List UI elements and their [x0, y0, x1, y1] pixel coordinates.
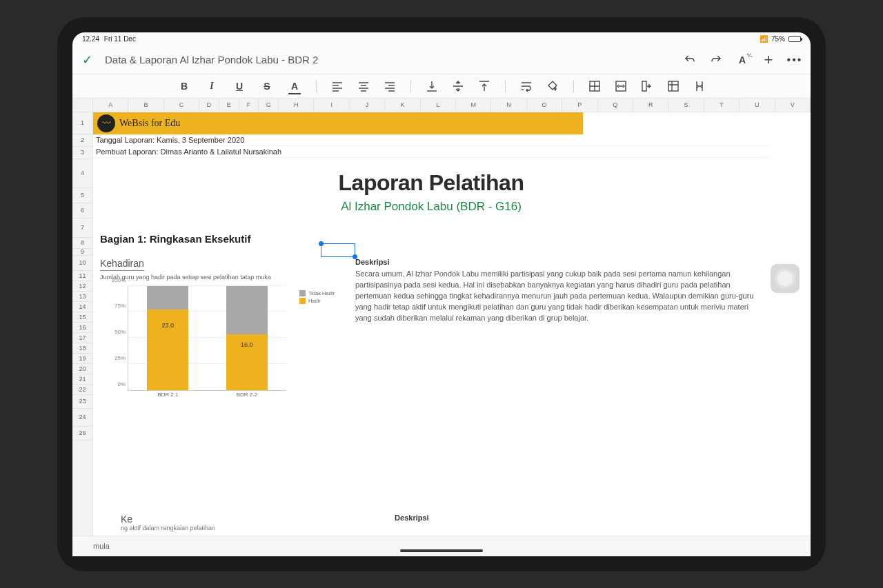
col-header[interactable]: J [350, 99, 385, 112]
legend-label: Tidak Hadir [308, 290, 335, 296]
row-header[interactable]: 19 [72, 354, 92, 364]
row-header[interactable]: 3 [72, 147, 92, 159]
text-color-button[interactable]: A [288, 81, 301, 92]
col-header[interactable]: M [456, 99, 491, 112]
col-header[interactable]: I [314, 99, 349, 112]
row-header[interactable]: 2 [72, 134, 92, 147]
document-title[interactable]: Data & Laporan Al Izhar Pondok Labu - BD… [105, 54, 318, 65]
brand-text: WeBsis for Edu [119, 118, 180, 129]
row-header[interactable]: 9 [72, 249, 92, 256]
wifi-icon [760, 35, 768, 43]
row-header[interactable]: 7 [72, 219, 92, 238]
row-header[interactable]: 23 [72, 395, 92, 409]
fill-color-icon[interactable] [547, 81, 558, 92]
row-header[interactable]: 18 [72, 343, 92, 354]
kehadiran-subtext: Jumlah guru yang hadir pada setiap sesi … [100, 274, 335, 281]
borders-icon[interactable] [589, 81, 600, 92]
sheet-content[interactable]: 〰 WeBsis for Edu Tanggal Laporan: Kamis,… [93, 112, 811, 536]
kehadiran-heading: Kehadiran [100, 258, 144, 271]
col-header[interactable]: C [164, 99, 199, 112]
col-header[interactable]: K [385, 99, 420, 112]
row-header[interactable]: 15 [72, 312, 92, 323]
brand-banner: 〰 WeBsis for Edu [93, 112, 583, 134]
col-header[interactable]: B [128, 99, 163, 112]
assistive-touch-button[interactable] [771, 264, 800, 293]
italic-button[interactable]: I [206, 81, 218, 92]
row-header[interactable]: 21 [72, 374, 92, 385]
home-indicator[interactable] [400, 549, 483, 552]
deskripsi2-heading-partial: Deskripsi [395, 514, 429, 522]
merge-cells-icon[interactable] [615, 81, 626, 92]
row-header[interactable]: 14 [72, 302, 92, 312]
wrap-text-icon[interactable] [521, 81, 532, 92]
bold-button[interactable]: B [178, 81, 190, 92]
chart-legend: Tidak Hadir Hadir [299, 290, 335, 305]
x-tick: BDR 2.2 [237, 390, 257, 398]
underline-button[interactable]: U [233, 81, 246, 92]
toolbar-divider [316, 80, 317, 92]
col-header[interactable]: T [704, 99, 740, 112]
row-header[interactable]: 11 [72, 271, 92, 281]
partial-cutoff-row: Ke ng aktif dalam rangkaian pelatihan De… [114, 509, 811, 536]
col-header[interactable]: S [668, 99, 704, 112]
report-subtitle: Al Izhar Pondok Labu (BDR - G16) [93, 200, 769, 214]
autofit-icon[interactable] [694, 81, 705, 92]
freeze-icon[interactable] [668, 81, 679, 92]
align-center-icon[interactable] [358, 81, 369, 92]
valign-bottom-icon[interactable] [426, 81, 437, 92]
row-header[interactable]: 22 [72, 385, 92, 395]
more-icon[interactable]: ••• [788, 54, 801, 66]
row-header[interactable]: 8 [72, 238, 92, 249]
col-header[interactable]: G [259, 99, 279, 112]
col-header[interactable]: Q [598, 99, 633, 112]
col-header[interactable]: F [239, 99, 259, 112]
col-header[interactable]: H [279, 99, 314, 112]
column-headers[interactable]: A B C D E F G H I J K L M N O P Q R S T … [72, 99, 811, 112]
row-header[interactable]: 1 [72, 112, 92, 134]
sheet-tab-formula[interactable]: mula [86, 542, 117, 550]
row-headers[interactable]: 1 2 3 4 5 6 7 8 9 10 11 12 13 14 15 16 1… [72, 112, 93, 536]
col-header[interactable]: A [93, 99, 128, 112]
row-header[interactable]: 16 [72, 323, 92, 333]
insert-plus-icon[interactable]: + [762, 54, 775, 66]
valign-top-icon[interactable] [479, 81, 490, 92]
legend-label: Hadir [308, 298, 321, 304]
row-header[interactable]: 5 [72, 188, 92, 203]
row-header[interactable]: 26 [72, 427, 92, 440]
col-header[interactable]: V [775, 99, 811, 112]
deskripsi-body: Secara umum, Al Izhar Pondok Labu memili… [355, 269, 762, 324]
font-format-icon[interactable]: A⁺⁄₋ [736, 54, 748, 66]
row-header[interactable]: 13 [72, 292, 92, 302]
redo-icon[interactable] [710, 54, 722, 66]
selected-cell-indicator[interactable] [321, 243, 355, 257]
row-header[interactable]: 12 [72, 281, 92, 292]
row-header[interactable]: 10 [72, 256, 92, 271]
col-header[interactable]: P [562, 99, 597, 112]
align-right-icon[interactable] [384, 81, 395, 92]
spreadsheet-grid[interactable]: 1 2 3 4 5 6 7 8 9 10 11 12 13 14 15 16 1… [72, 112, 811, 536]
sheet-tabs-bar[interactable]: mula [72, 536, 811, 556]
row-header[interactable]: 17 [72, 333, 92, 343]
col-header[interactable]: O [527, 99, 562, 112]
toolbar-divider [573, 80, 574, 92]
toolbar-divider [505, 80, 506, 92]
col-header[interactable]: L [421, 99, 456, 112]
insert-col-icon[interactable] [642, 81, 653, 92]
done-check-icon[interactable]: ✓ [82, 52, 92, 68]
col-header[interactable]: N [491, 99, 526, 112]
col-header[interactable]: R [633, 99, 668, 112]
align-left-icon[interactable] [332, 81, 343, 92]
row-header[interactable]: 4 [72, 159, 92, 188]
strikethrough-button[interactable]: S [261, 81, 273, 92]
col-header[interactable]: U [740, 99, 775, 112]
brand-logo-icon: 〰 [97, 114, 115, 132]
col-header[interactable]: D [199, 99, 219, 112]
row-header[interactable]: 20 [72, 364, 92, 374]
row-header[interactable]: 24 [72, 409, 92, 427]
y-tick: 25% [115, 354, 128, 361]
undo-icon[interactable] [684, 54, 696, 66]
row-header[interactable]: 6 [72, 203, 92, 219]
valign-middle-icon[interactable] [453, 81, 464, 92]
col-header[interactable]: E [219, 99, 239, 112]
y-tick: 75% [115, 303, 128, 309]
